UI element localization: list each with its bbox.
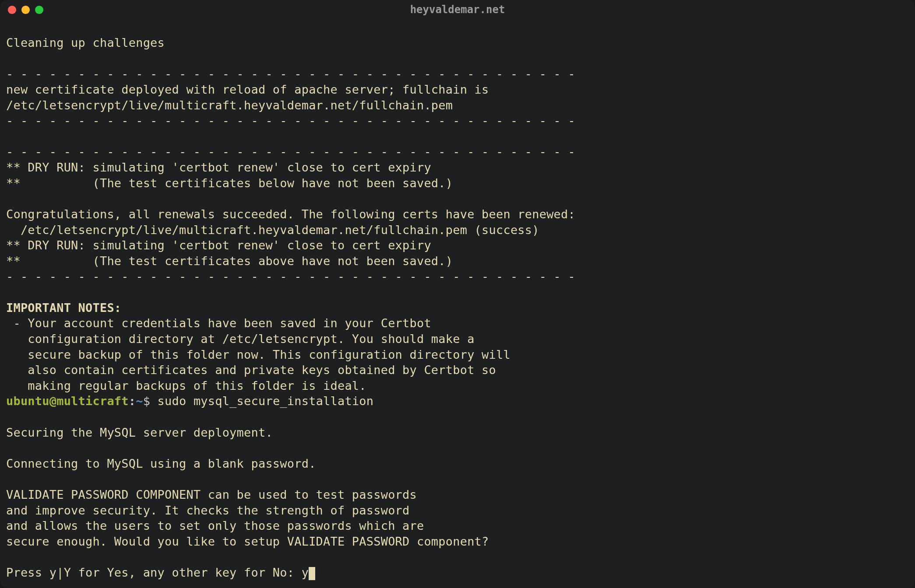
prompt-path: ~ [136, 394, 143, 408]
cursor-icon [309, 567, 315, 580]
notes-line-2: configuration directory at /etc/letsencr… [6, 332, 475, 346]
output-cert-deployed-2: /etc/letsencrypt/live/multicraft.heyvald… [6, 98, 453, 112]
output-securing: Securing the MySQL server deployment. [6, 426, 273, 439]
output-dryrun-3: ** DRY RUN: simulating 'certbot renew' c… [6, 238, 431, 252]
notes-line-5: making regular backups of this folder is… [6, 379, 366, 392]
output-cleaning: Cleaning up challenges [6, 36, 165, 49]
prompt-colon: : [129, 394, 136, 408]
zoom-button[interactable] [35, 6, 43, 14]
rule-3: - - - - - - - - - - - - - - - - - - - - … [6, 145, 575, 158]
command-text: sudo mysql_secure_installation [158, 394, 374, 408]
notes-line-1: - Your account credentials have been sav… [6, 316, 431, 330]
prompt-user: ubuntu@multicraft [6, 394, 129, 408]
terminal-body[interactable]: Cleaning up challenges - - - - - - - - -… [0, 19, 915, 588]
rule-2: - - - - - - - - - - - - - - - - - - - - … [6, 114, 575, 127]
notes-heading: IMPORTANT NOTES: [6, 301, 121, 315]
title-bar: heyvaldemar.net [0, 0, 915, 19]
output-dryrun-4: ** (The test certificates above have not… [6, 254, 453, 268]
output-validate-3: and allows the users to set only those p… [6, 519, 424, 532]
terminal-window: heyvaldemar.net Cleaning up challenges -… [0, 0, 915, 588]
notes-line-3: secure backup of this folder now. This c… [6, 348, 510, 361]
traffic-lights [8, 6, 43, 14]
close-button[interactable] [8, 6, 16, 14]
rule-4: - - - - - - - - - - - - - - - - - - - - … [6, 270, 575, 283]
output-validate-4: secure enough. Would you like to setup V… [6, 535, 489, 548]
notes-line-4: also contain certificates and private ke… [6, 363, 496, 377]
output-connecting: Connecting to MySQL using a blank passwo… [6, 457, 316, 470]
output-dryrun-1: ** DRY RUN: simulating 'certbot renew' c… [6, 161, 431, 174]
minimize-button[interactable] [21, 6, 30, 14]
output-congrats-2: /etc/letsencrypt/live/multicraft.heyvald… [6, 223, 539, 237]
rule-1: - - - - - - - - - - - - - - - - - - - - … [6, 67, 575, 80]
window-title: heyvaldemar.net [0, 4, 915, 16]
output-dryrun-2: ** (The test certificates below have not… [6, 176, 453, 190]
output-cert-deployed-1: new certificate deployed with reload of … [6, 83, 489, 96]
output-congrats-1: Congratulations, all renewals succeeded.… [6, 207, 575, 221]
output-press-prompt: Press y|Y for Yes, any other key for No: [6, 566, 302, 579]
prompt-dollar: $ [143, 394, 158, 408]
output-validate-1: VALIDATE PASSWORD COMPONENT can be used … [6, 488, 417, 501]
output-validate-2: and improve security. It checks the stre… [6, 504, 410, 517]
user-input: y [302, 566, 309, 579]
